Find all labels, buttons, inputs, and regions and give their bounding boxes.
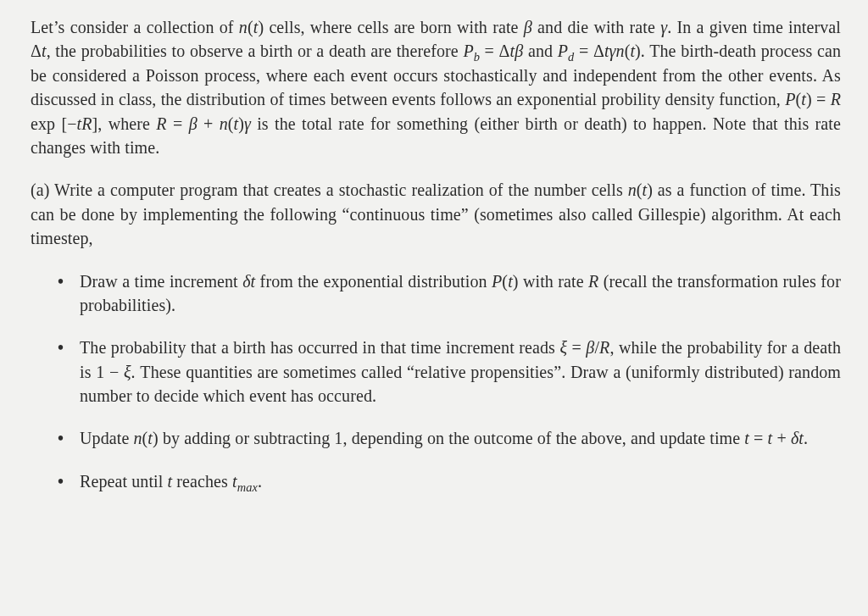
sub-max: max bbox=[237, 480, 258, 494]
var-R: R bbox=[81, 114, 92, 133]
var-P: P bbox=[558, 42, 568, 60]
var-n: n bbox=[616, 42, 625, 60]
var-R: R bbox=[588, 272, 598, 291]
text: cells, where cells are born with rate bbox=[264, 18, 524, 36]
var-beta: β bbox=[515, 42, 523, 60]
var-n: n bbox=[133, 429, 142, 447]
var-beta: β bbox=[524, 18, 532, 36]
var-t: t bbox=[253, 18, 259, 36]
var-t: t bbox=[630, 42, 635, 60]
text: + bbox=[772, 429, 791, 447]
list-item: Draw a time increment δt from the expone… bbox=[80, 269, 841, 318]
text: . These quantities are sometimes called … bbox=[80, 363, 841, 405]
var-n: n bbox=[220, 114, 228, 133]
sub-b: b bbox=[474, 50, 480, 64]
var-t: t bbox=[147, 429, 153, 447]
var-delta-t: δt bbox=[791, 429, 804, 447]
text: = bbox=[567, 338, 586, 357]
var-R: R bbox=[599, 338, 609, 357]
text: + bbox=[198, 114, 220, 133]
list-item: Update n(t) by adding or subtracting 1, … bbox=[80, 426, 841, 450]
var-gamma: γ bbox=[244, 114, 251, 133]
var-n: n bbox=[239, 18, 248, 36]
var-xi: ξ bbox=[559, 338, 567, 357]
text: = bbox=[749, 429, 768, 447]
var-xi: ξ bbox=[124, 363, 131, 381]
text: Repeat until bbox=[80, 472, 168, 491]
var-gamma: γ bbox=[609, 42, 616, 60]
list-item: The probability that a birth has occurre… bbox=[80, 336, 841, 408]
text: , the probabilities to observe a birth o… bbox=[47, 42, 464, 60]
var-R: R bbox=[156, 114, 166, 133]
intro-paragraph: Let’s consider a collection of n(t) cell… bbox=[31, 15, 841, 159]
text: = bbox=[167, 114, 189, 133]
list-item: Repeat until t reaches tmax. bbox=[80, 469, 841, 493]
text: ], where bbox=[92, 114, 157, 133]
var-R: R bbox=[831, 90, 841, 108]
text: . bbox=[258, 472, 262, 491]
text: from the exponential distribution bbox=[255, 272, 492, 291]
text: with rate bbox=[519, 272, 589, 291]
text: = Δ bbox=[480, 42, 510, 60]
text: = Δ bbox=[574, 42, 604, 60]
var-t: t bbox=[643, 180, 648, 199]
text: Write a computer program that creates a … bbox=[54, 180, 628, 199]
text: reaches bbox=[172, 472, 232, 491]
text: . bbox=[804, 429, 808, 447]
var-delta-t: δt bbox=[242, 272, 255, 291]
text: Update bbox=[80, 429, 133, 447]
var-P: P bbox=[785, 90, 795, 108]
var-gamma: γ bbox=[660, 18, 667, 36]
var-P: P bbox=[492, 272, 502, 291]
text: and die with rate bbox=[532, 18, 660, 36]
text: The probability that a birth has occurre… bbox=[80, 338, 559, 357]
var-n: n bbox=[628, 180, 637, 199]
bullet-list: Draw a time increment δt from the expone… bbox=[31, 269, 841, 494]
text: exp [− bbox=[31, 114, 77, 133]
var-t: t bbox=[801, 90, 806, 108]
var-t: t bbox=[508, 272, 513, 291]
var-beta: β bbox=[189, 114, 198, 133]
text: and bbox=[523, 42, 557, 60]
text: Draw a time increment bbox=[80, 272, 242, 291]
page: Let’s consider a collection of n(t) cell… bbox=[0, 0, 868, 527]
text: Let’s consider a collection of bbox=[31, 18, 239, 36]
text: by adding or subtracting 1, depending on… bbox=[159, 429, 745, 447]
part-label: (a) bbox=[31, 180, 54, 199]
text: = bbox=[812, 90, 831, 108]
var-beta: β bbox=[586, 338, 594, 357]
var-P: P bbox=[463, 42, 473, 60]
part-a-paragraph: (a) Write a computer program that create… bbox=[31, 178, 841, 250]
var-t: t bbox=[234, 114, 239, 133]
